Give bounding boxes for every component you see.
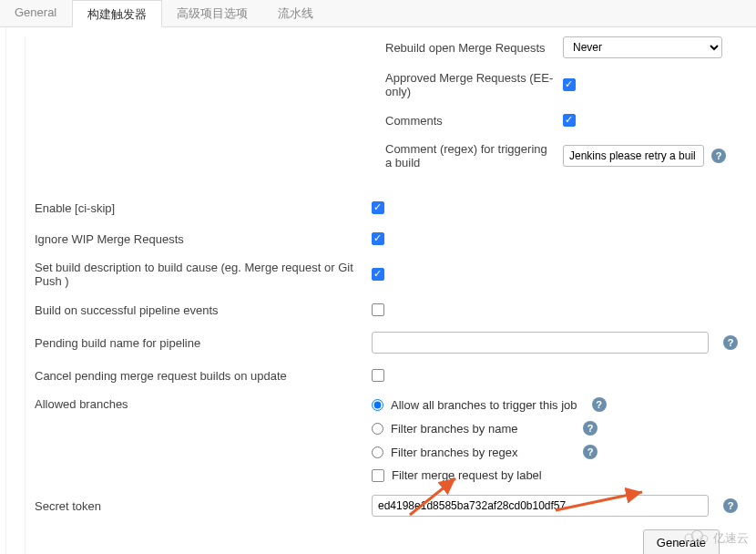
radio-allow-all-label: Allow all branches to trigger this job	[391, 398, 577, 412]
help-icon[interactable]: ?	[592, 397, 607, 412]
help-icon[interactable]: ?	[723, 335, 738, 350]
comment-regex-input[interactable]	[563, 145, 704, 167]
row-build-success: Build on successful pipeline events	[35, 301, 738, 319]
tab-advanced[interactable]: 高级项目选项	[162, 0, 263, 26]
comments-label: Comments	[385, 114, 554, 128]
row-secret-token: Secret token ?	[35, 495, 738, 517]
help-icon[interactable]: ?	[723, 498, 738, 513]
checkbox-by-label[interactable]	[372, 469, 384, 482]
allowed-branches-label: Allowed branches	[35, 397, 372, 411]
rebuild-open-label: Rebuild open Merge Requests	[385, 41, 554, 55]
set-build-desc-label: Set build description to build cause (eg…	[35, 261, 372, 288]
pending-build-label: Pending build name for pipeline	[35, 336, 372, 350]
help-icon[interactable]: ?	[583, 421, 598, 436]
row-pending-build: Pending build name for pipeline ?	[35, 332, 738, 354]
secret-token-label: Secret token	[35, 499, 372, 513]
approved-checkbox[interactable]	[563, 78, 576, 91]
row-ignore-wip: Ignore WIP Merge Requests	[35, 230, 738, 248]
enable-ciskip-checkbox[interactable]	[372, 201, 384, 214]
comment-regex-label: Comment (regex) for triggering a build	[385, 142, 554, 169]
watermark-text: 亿速云	[713, 530, 749, 547]
tabs-bar: General 构建触发器 高级项目选项 流水线	[0, 0, 756, 27]
help-icon[interactable]: ?	[711, 149, 726, 163]
row-approved-mr: Approved Merge Requests (EE-only)	[35, 71, 738, 98]
ignore-wip-checkbox[interactable]	[372, 232, 384, 245]
comments-checkbox[interactable]	[563, 114, 576, 127]
approved-label: Approved Merge Requests (EE-only)	[385, 71, 554, 98]
rebuild-open-select[interactable]: Never	[563, 36, 722, 58]
build-success-label: Build on successful pipeline events	[35, 303, 372, 317]
tab-build-triggers[interactable]: 构建触发器	[72, 0, 162, 27]
cloud-icon	[682, 528, 710, 549]
row-cancel-pending: Cancel pending merge request builds on u…	[35, 366, 738, 385]
help-icon[interactable]: ?	[583, 445, 598, 459]
pending-build-input[interactable]	[372, 332, 709, 354]
tab-pipeline[interactable]: 流水线	[263, 0, 329, 26]
cancel-pending-checkbox[interactable]	[372, 369, 384, 382]
tab-general[interactable]: General	[0, 0, 72, 26]
radio-by-regex[interactable]	[372, 446, 383, 458]
allowed-branches-group: Allow all branches to trigger this job ?…	[372, 397, 607, 482]
row-set-build-desc: Set build description to build cause (eg…	[35, 261, 738, 288]
enable-ciskip-label: Enable [ci-skip]	[35, 201, 372, 215]
cancel-pending-label: Cancel pending merge request builds on u…	[35, 369, 372, 383]
row-comment-regex: Comment (regex) for triggering a build ?	[35, 142, 738, 169]
radio-by-regex-label: Filter branches by regex	[391, 446, 568, 459]
row-enable-ciskip: Enable [ci-skip]	[35, 199, 738, 217]
radio-allow-all[interactable]	[372, 399, 383, 411]
ignore-wip-label: Ignore WIP Merge Requests	[35, 232, 372, 246]
row-rebuild-open-mr: Rebuild open Merge Requests Never	[35, 36, 738, 58]
radio-by-name[interactable]	[372, 423, 383, 435]
build-success-checkbox[interactable]	[372, 303, 384, 316]
checkbox-by-label-label: Filter merge request by label	[392, 468, 569, 482]
watermark: 亿速云	[682, 528, 749, 549]
row-comments: Comments	[35, 111, 738, 129]
radio-by-name-label: Filter branches by name	[391, 422, 568, 436]
content-area: Rebuild open Merge Requests Never Approv…	[5, 27, 756, 554]
set-build-desc-checkbox[interactable]	[372, 268, 384, 281]
row-allowed-branches: Allowed branches Allow all branches to t…	[35, 397, 738, 482]
secret-token-input[interactable]	[372, 495, 709, 517]
